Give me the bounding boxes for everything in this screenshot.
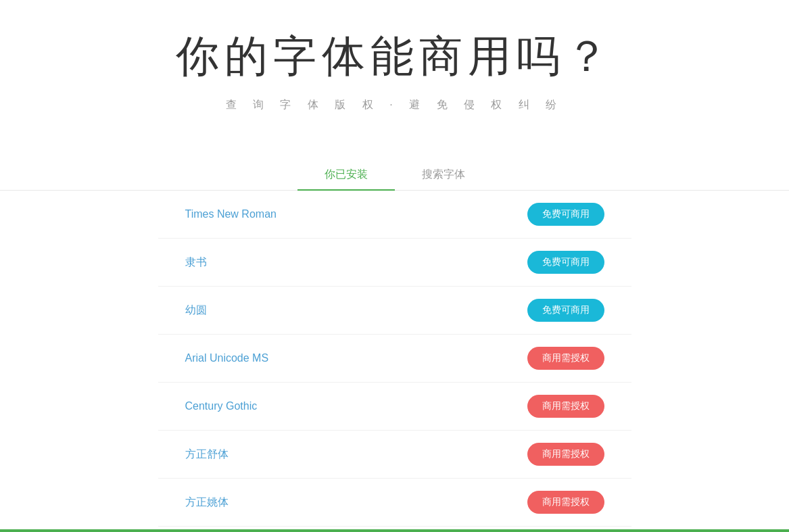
font-row[interactable]: Arial Unicode MS商用需授权 — [158, 335, 631, 383]
font-status-badge[interactable]: 免费可商用 — [527, 251, 604, 274]
font-row[interactable]: Times New Roman免费可商用 — [158, 191, 631, 239]
font-status-badge[interactable]: 免费可商用 — [527, 203, 604, 226]
font-name: Arial Unicode MS — [185, 352, 269, 364]
font-row[interactable]: 方正姚体商用需授权 — [158, 479, 631, 527]
font-row[interactable]: 方正舒体商用需授权 — [158, 431, 631, 479]
font-name: Times New Roman — [185, 208, 277, 220]
font-name: 方正舒体 — [185, 448, 229, 462]
font-name: 隶书 — [185, 256, 207, 270]
page-wrapper: 你的字体能商用吗？ 查 询 字 体 版 权 · 避 免 侵 权 纠 纷 你已安装… — [0, 0, 789, 532]
font-name: 幼圆 — [185, 304, 207, 318]
tab-search[interactable]: 搜索字体 — [395, 160, 492, 190]
font-status-badge[interactable]: 商用需授权 — [527, 443, 604, 466]
font-status-badge[interactable]: 免费可商用 — [527, 299, 604, 322]
tabs-section: 你已安装 搜索字体 — [0, 160, 789, 191]
tab-installed[interactable]: 你已安装 — [297, 160, 395, 190]
font-name: 方正姚体 — [185, 495, 229, 510]
font-row[interactable]: 幼圆免费可商用 — [158, 287, 631, 335]
page-title: 你的字体能商用吗？ — [0, 27, 789, 86]
page-subtitle: 查 询 字 体 版 权 · 避 免 侵 权 纠 纷 — [0, 98, 789, 112]
font-name: Century Gothic — [185, 400, 258, 412]
font-row[interactable]: Century Gothic商用需授权 — [158, 383, 631, 431]
font-status-badge[interactable]: 商用需授权 — [527, 347, 604, 370]
font-status-badge[interactable]: 商用需授权 — [527, 491, 604, 514]
bottom-bar — [0, 529, 789, 532]
font-status-badge[interactable]: 商用需授权 — [527, 395, 604, 418]
font-row[interactable]: 隶书免费可商用 — [158, 239, 631, 287]
font-list: Times New Roman免费可商用隶书免费可商用幼圆免费可商用Arial … — [158, 191, 631, 532]
header-section: 你的字体能商用吗？ 查 询 字 体 版 权 · 避 免 侵 权 纠 纷 — [0, 0, 789, 132]
